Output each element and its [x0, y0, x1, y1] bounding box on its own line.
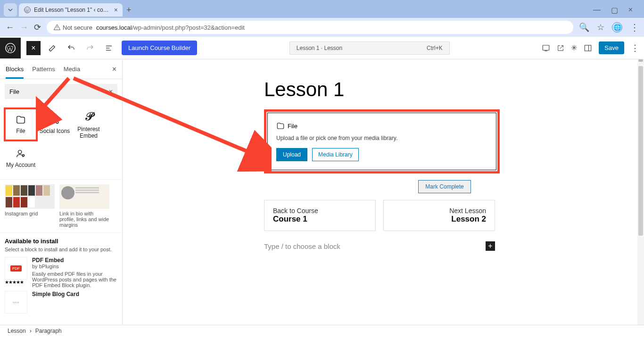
tab-media[interactable]: Media: [64, 66, 80, 73]
url-path: /wp-admin/post.php?post=32&action=edit: [132, 24, 245, 31]
sidebar-toggle-icon[interactable]: [584, 44, 592, 52]
maximize-icon[interactable]: ▢: [611, 6, 618, 15]
mark-complete-button[interactable]: Mark Complete: [418, 180, 471, 193]
scrollbar[interactable]: [637, 59, 644, 325]
file-icon: [16, 115, 26, 125]
install-subtitle: Select a block to install and add it to …: [5, 247, 117, 252]
tab-blocks[interactable]: Blocks: [6, 66, 24, 79]
svg-line-15: [53, 120, 56, 122]
svg-point-13: [56, 121, 58, 124]
search-value: File: [9, 88, 109, 95]
document-title-bar[interactable]: Lesson 1 · Lesson Ctrl+K: [289, 41, 450, 55]
svg-point-0: [25, 7, 31, 13]
plugin-simple-blog-card[interactable]: ▭▭ Simple Blog Card: [5, 291, 117, 313]
pattern-thumb: [59, 184, 109, 209]
not-secure-pill[interactable]: Not secure: [53, 24, 92, 31]
close-window-icon[interactable]: ×: [628, 6, 633, 15]
pattern-thumb: [5, 184, 55, 209]
file-block-description: Upload a file or pick one from your medi…: [276, 135, 487, 141]
block-social-icons[interactable]: Social Icons: [38, 107, 72, 141]
redo-button[interactable]: [83, 41, 97, 55]
svg-line-14: [53, 117, 56, 119]
tab-title: Edit Lesson "Lesson 1" ‹ courses: [34, 7, 111, 13]
doc-title-text: Lesson 1 · Lesson: [297, 45, 342, 51]
address-bar[interactable]: Not secure courses.local/wp-admin/post.p…: [47, 21, 573, 34]
svg-point-12: [56, 116, 58, 118]
block-placeholder[interactable]: Type / to choose a block: [264, 242, 340, 250]
pattern-link-in-bio[interactable]: Link in bio with profile, links and wide…: [59, 184, 109, 228]
blog-card-icon: ▭▭: [5, 291, 27, 313]
add-block-button[interactable]: +: [486, 241, 495, 251]
svg-point-11: [51, 119, 53, 121]
block-pinterest-embed[interactable]: 𝒫 Pinterest Embed: [72, 107, 106, 141]
back-to-course-card[interactable]: Back to Course Course 1: [264, 200, 376, 231]
plugin-pdf-embed[interactable]: PDF ★★★★★ PDF Embed by bPlugins Easily e…: [5, 257, 117, 288]
svg-point-3: [6, 43, 15, 52]
edit-tool-button[interactable]: [45, 41, 59, 55]
rating-stars: ★★★★★: [5, 280, 27, 285]
svg-point-16: [18, 150, 22, 154]
tab-close-icon[interactable]: ×: [114, 6, 118, 14]
pinterest-icon: 𝒫: [85, 110, 93, 123]
svg-rect-9: [585, 45, 592, 51]
file-block[interactable]: File Upload a file or pick one from your…: [267, 113, 496, 170]
close-panel-icon[interactable]: ×: [112, 65, 116, 74]
new-tab-button[interactable]: +: [126, 5, 132, 15]
share-icon: [50, 115, 60, 125]
svg-rect-7: [543, 45, 550, 50]
page-title[interactable]: Lesson 1: [264, 78, 625, 101]
close-inserter-button[interactable]: ×: [26, 41, 41, 55]
astra-icon[interactable]: ✳: [571, 43, 577, 52]
tab-dropdown[interactable]: [4, 3, 17, 16]
block-search-input[interactable]: File ×: [5, 84, 117, 99]
breadcrumb[interactable]: Lesson › Paragraph: [0, 325, 644, 336]
back-button[interactable]: ←: [6, 23, 14, 33]
file-block-heading: File: [288, 123, 297, 130]
chevron-right-icon: ›: [30, 328, 32, 334]
view-button[interactable]: [542, 44, 550, 52]
document-overview-button[interactable]: [102, 41, 116, 55]
upload-button[interactable]: Upload: [276, 148, 307, 161]
file-icon: [276, 122, 285, 130]
tab-patterns[interactable]: Patterns: [32, 66, 55, 73]
block-file[interactable]: File: [4, 107, 38, 141]
bookmark-icon[interactable]: ☆: [597, 22, 604, 33]
pdf-icon: PDF: [5, 257, 27, 280]
translate-icon[interactable]: 🌐: [612, 22, 622, 33]
forward-button: →: [20, 23, 28, 33]
minimize-icon[interactable]: —: [593, 6, 601, 15]
install-title: Available to install: [5, 238, 117, 245]
save-button[interactable]: Save: [599, 41, 624, 54]
next-lesson-card[interactable]: Next Lesson Lesson 2: [383, 200, 495, 231]
reload-button[interactable]: ⟳: [34, 22, 41, 33]
pattern-instagram-grid[interactable]: Instagram grid: [5, 184, 55, 228]
wordpress-favicon: [24, 6, 31, 14]
browser-tab[interactable]: Edit Lesson "Lesson 1" ‹ courses ×: [19, 3, 123, 16]
wordpress-logo[interactable]: [0, 38, 21, 58]
block-my-account[interactable]: My Account: [4, 141, 38, 175]
url-domain: courses.local: [96, 24, 132, 31]
undo-button[interactable]: [64, 41, 78, 55]
zoom-icon[interactable]: 🔍: [579, 22, 589, 33]
file-block-highlight: File Upload a file or pick one from your…: [264, 109, 500, 173]
launch-course-builder-button[interactable]: Launch Course Builder: [122, 41, 197, 55]
options-menu-icon[interactable]: ⋮: [631, 43, 639, 53]
media-library-button[interactable]: Media Library: [312, 148, 359, 161]
search-clear-icon[interactable]: ×: [109, 88, 113, 95]
account-icon: [16, 148, 26, 159]
browser-menu-icon[interactable]: ⋮: [630, 22, 638, 33]
svg-point-2: [57, 29, 57, 29]
external-link-icon[interactable]: [557, 44, 564, 52]
shortcut-hint: Ctrl+K: [427, 45, 443, 51]
